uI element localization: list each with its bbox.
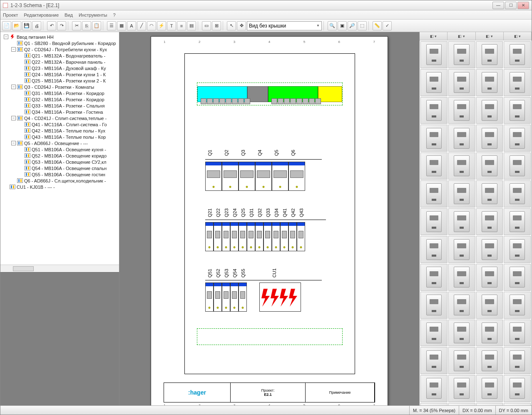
- arc-button[interactable]: ◠: [147, 21, 156, 30]
- tree-item[interactable]: −Q4 - CD241J - Сплит-система,теплые -: [1, 115, 118, 121]
- palette-item[interactable]: [448, 264, 475, 291]
- dimension-button[interactable]: T: [167, 21, 176, 30]
- tree-item[interactable]: −Q2 - CD264J - Потребители кухни - Кух: [1, 46, 118, 52]
- palette-item[interactable]: [448, 375, 475, 402]
- palette-item[interactable]: [504, 320, 531, 347]
- breaker[interactable]: [214, 222, 222, 251]
- breaker[interactable]: [205, 282, 214, 312]
- tree-item[interactable]: Q55 - MB106A - Освещение гостин: [1, 171, 118, 178]
- palette-item[interactable]: [420, 208, 447, 235]
- palette-item[interactable]: [448, 69, 475, 96]
- breaker[interactable]: [205, 162, 222, 191]
- undo-button[interactable]: ↶: [47, 21, 56, 30]
- project-tree[interactable]: −Ввод питания ННQ1 - SB280 - Вводной руб…: [0, 32, 119, 265]
- palette-item[interactable]: [476, 41, 503, 68]
- tree-item[interactable]: −Q3 - CD264J - Розетки - Комнаты: [1, 84, 118, 90]
- line-button[interactable]: ╱: [137, 21, 146, 30]
- menu-tools[interactable]: Инструменты: [79, 12, 107, 18]
- tree-item[interactable]: Q23 - MB116A - Духовой шкаф - Ку: [1, 65, 118, 71]
- palette-item[interactable]: [420, 320, 447, 347]
- breaker[interactable]: [214, 282, 222, 312]
- tree-item[interactable]: Q1 - SB280 - Вводной рубильник - Коридор: [1, 40, 118, 46]
- palette-item[interactable]: [420, 347, 447, 374]
- palette-item[interactable]: [476, 320, 503, 347]
- print-button[interactable]: 🖨: [32, 21, 41, 30]
- palette-tab-1[interactable]: ◧ ▾: [420, 32, 447, 40]
- open-button[interactable]: 📂: [12, 21, 21, 30]
- new-button[interactable]: 📄: [2, 21, 11, 30]
- palette-item[interactable]: [504, 208, 531, 235]
- breaker[interactable]: [239, 282, 247, 312]
- breaker[interactable]: [288, 162, 305, 191]
- breaker[interactable]: [255, 222, 264, 251]
- palette-item[interactable]: [448, 152, 475, 180]
- palette-item[interactable]: [476, 97, 503, 124]
- symbol-button[interactable]: ⚡: [157, 21, 166, 30]
- tree-item[interactable]: Q34 - MB116A - Розетки - Гостина: [1, 109, 118, 115]
- breaker[interactable]: [272, 222, 280, 251]
- palette-item[interactable]: [448, 292, 475, 319]
- palette-item[interactable]: [448, 180, 475, 208]
- copy-button[interactable]: ⎘: [82, 21, 91, 30]
- palette-item[interactable]: [476, 264, 503, 291]
- breaker[interactable]: [230, 222, 239, 251]
- panel-button[interactable]: ▭: [202, 21, 211, 30]
- palette-item[interactable]: [476, 347, 503, 374]
- tree-item[interactable]: Q53 - MB106A - Освещение СУ2,кл: [1, 159, 118, 165]
- palette-item[interactable]: [448, 347, 475, 374]
- tree-item[interactable]: Q33 - MB116A - Розетки - Спальня: [1, 102, 118, 109]
- breaker[interactable]: [239, 162, 255, 191]
- palette-item[interactable]: [476, 292, 503, 319]
- redo-button[interactable]: ↷: [57, 21, 66, 30]
- palette-item[interactable]: [448, 97, 475, 124]
- palette-item[interactable]: [504, 69, 531, 96]
- palette-item[interactable]: [476, 180, 503, 208]
- tree-item[interactable]: Q42 - MB116A - Теплые полы - Кух: [1, 128, 118, 134]
- palette-item[interactable]: [504, 236, 531, 263]
- breaker[interactable]: [255, 162, 272, 191]
- row1-breakers[interactable]: [205, 162, 305, 191]
- palette-item[interactable]: [448, 125, 475, 152]
- list-button[interactable]: ≡: [177, 21, 186, 30]
- palette-item[interactable]: [420, 264, 447, 291]
- palette-item[interactable]: [504, 403, 531, 405]
- measure-button[interactable]: 📏: [373, 21, 382, 30]
- minimize-button[interactable]: —: [492, 2, 504, 9]
- palette-item[interactable]: [504, 375, 531, 402]
- breaker[interactable]: [205, 222, 214, 251]
- check-button[interactable]: ✓: [383, 21, 392, 30]
- palette-item[interactable]: [476, 69, 503, 96]
- breaker[interactable]: [239, 222, 247, 251]
- cursor-button[interactable]: ↖: [227, 21, 236, 30]
- palette-item[interactable]: [476, 152, 503, 180]
- tree-item[interactable]: Q21 - MB132A - Водонагреватель -: [1, 52, 118, 59]
- breaker[interactable]: [280, 222, 288, 251]
- maximize-button[interactable]: ☐: [505, 2, 517, 9]
- palette-item[interactable]: [420, 375, 447, 402]
- menu-project[interactable]: Проект: [3, 12, 18, 18]
- breaker[interactable]: [222, 282, 230, 312]
- breaker[interactable]: [247, 222, 255, 251]
- palette-item[interactable]: [448, 320, 475, 347]
- palette-item[interactable]: [448, 208, 475, 235]
- canvas[interactable]: 1234567 1234567 Q1Q2Q3Q4Q5Q6 Q21Q2: [119, 32, 419, 405]
- view-mode-select[interactable]: Вид без крышки: [247, 21, 322, 30]
- palette-item[interactable]: [420, 180, 447, 208]
- palette-item[interactable]: [476, 125, 503, 152]
- palette-item[interactable]: [504, 180, 531, 208]
- tree-item[interactable]: −Q5 - AD866J - Освещение - ---: [1, 140, 118, 146]
- tree-item[interactable]: Q6 - AD866J - Сл.щиток,холодильник -: [1, 178, 118, 184]
- row3-breakers[interactable]: [205, 282, 301, 312]
- breaker[interactable]: [222, 162, 239, 191]
- text-button[interactable]: A: [127, 21, 136, 30]
- grid-button[interactable]: ▦: [117, 21, 126, 30]
- breaker[interactable]: [230, 282, 239, 312]
- palette-tab-4[interactable]: ◧ ▾: [504, 32, 532, 40]
- tree-item[interactable]: Q25 - MB116A - Розетки кухни 2 - К: [1, 78, 118, 84]
- tree-item[interactable]: Q52 - MB106A - Освещение коридо: [1, 152, 118, 159]
- row2-breakers[interactable]: [205, 222, 305, 251]
- palette-item[interactable]: [476, 375, 503, 402]
- menu-edit[interactable]: Редактирование: [24, 12, 59, 18]
- close-button[interactable]: ✕: [517, 2, 529, 9]
- palette-item[interactable]: [420, 403, 447, 405]
